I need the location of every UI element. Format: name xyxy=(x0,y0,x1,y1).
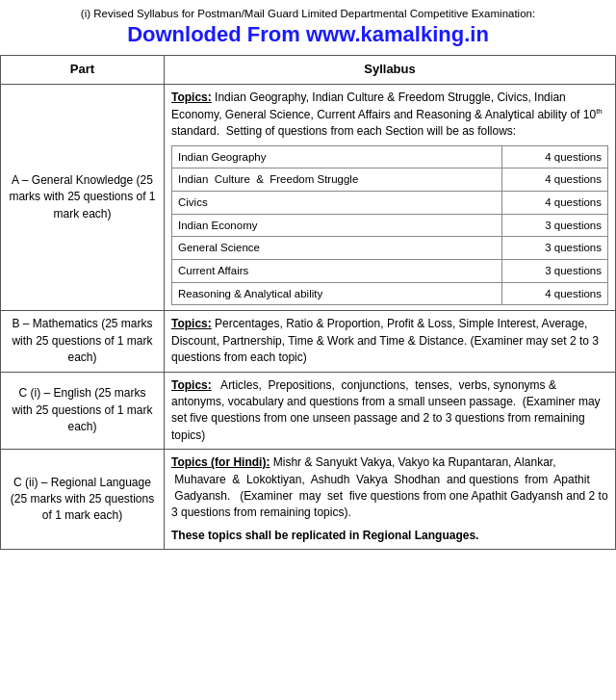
subtopic-table: Indian Geography 4 questions Indian Cult… xyxy=(171,145,608,306)
subtopic-name: Reasoning & Analytical ability xyxy=(172,282,502,305)
subtopic-row: Indian Economy 3 questions xyxy=(172,214,608,237)
table-row: C (ii) – Regional Language (25 marks wit… xyxy=(1,450,616,550)
part-cii-syllabus: Topics (for Hindi): Mishr & Sanyukt Vaky… xyxy=(165,450,616,550)
subtopic-row: Indian Geography 4 questions xyxy=(172,145,608,169)
subtopic-row: Indian Culture & Freedom Struggle 4 ques… xyxy=(172,169,608,192)
part-a-intro: Topics: Indian Geography, Indian Culture… xyxy=(171,90,608,141)
regional-note: These topics shall be replicated in Regi… xyxy=(171,529,478,542)
subtopic-name: General Science xyxy=(172,237,502,260)
header-section: (i) Revised Syllabus for Postman/Mail Gu… xyxy=(0,0,616,55)
subtopic-count: 4 questions xyxy=(502,145,608,169)
subtopic-count: 3 questions xyxy=(502,260,608,283)
topics-label: Topics: xyxy=(171,378,212,392)
table-row: B – Mathematics (25 marks with 25 questi… xyxy=(1,311,616,372)
part-a-text: A – General Knowledge (25 marks with 25 … xyxy=(9,173,155,220)
part-cii-extra: These topics shall be replicated in Regi… xyxy=(171,528,608,544)
subtopic-row: Current Affairs 3 questions xyxy=(172,260,608,283)
subtopic-name: Civics xyxy=(172,192,502,215)
part-b-text: B – Mathematics (25 marks with 25 questi… xyxy=(12,317,152,364)
topics-for-hindi-label: Topics (for Hindi): xyxy=(171,455,270,469)
subtopic-row: General Science 3 questions xyxy=(172,237,608,260)
part-b-syllabus: Topics: Percentages, Ratio & Proportion,… xyxy=(165,311,616,372)
part-ci-text: C (i) – English (25 marks with 25 questi… xyxy=(12,386,152,433)
part-a-label: A – General Knowledge (25 marks with 25 … xyxy=(1,84,165,311)
table-row: C (i) – English (25 marks with 25 questi… xyxy=(1,372,616,450)
part-b-label: B – Mathematics (25 marks with 25 questi… xyxy=(1,311,165,372)
header-title: (i) Revised Syllabus for Postman/Mail Gu… xyxy=(8,6,608,21)
subtopic-name: Indian Geography xyxy=(172,145,502,169)
subtopic-count: 4 questions xyxy=(502,169,608,192)
topics-label: Topics: xyxy=(171,91,212,104)
part-ci-syllabus: Topics: Articles, Prepositions, conjunct… xyxy=(165,372,616,450)
watermark-text: Downloded From www.kamalking.in xyxy=(8,21,608,49)
subtopic-count: 4 questions xyxy=(502,282,608,305)
part-a-syllabus: Topics: Indian Geography, Indian Culture… xyxy=(165,84,616,311)
part-cii-label: C (ii) – Regional Language (25 marks wit… xyxy=(1,450,165,550)
subtopic-count: 3 questions xyxy=(502,237,608,260)
syllabus-table: Part Syllabus A – General Knowledge (25 … xyxy=(0,55,616,550)
subtopic-row: Reasoning & Analytical ability 4 questio… xyxy=(172,282,608,305)
topics-label: Topics: xyxy=(171,317,212,330)
part-ci-label: C (i) – English (25 marks with 25 questi… xyxy=(1,372,165,450)
subtopic-name: Indian Economy xyxy=(172,214,502,237)
subtopic-count: 3 questions xyxy=(502,214,608,237)
part-cii-text: C (ii) – Regional Language (25 marks wit… xyxy=(11,476,154,523)
col-header-syllabus: Syllabus xyxy=(165,55,616,84)
subtopic-name: Current Affairs xyxy=(172,260,502,283)
subtopic-name: Indian Culture & Freedom Struggle xyxy=(172,169,502,192)
subtopic-count: 4 questions xyxy=(502,192,608,215)
part-cii-intro: Topics (for Hindi): Mishr & Sanyukt Vaky… xyxy=(171,454,608,522)
table-row: A – General Knowledge (25 marks with 25 … xyxy=(1,84,616,311)
col-header-part: Part xyxy=(1,55,165,84)
subtopic-row: Civics 4 questions xyxy=(172,192,608,215)
